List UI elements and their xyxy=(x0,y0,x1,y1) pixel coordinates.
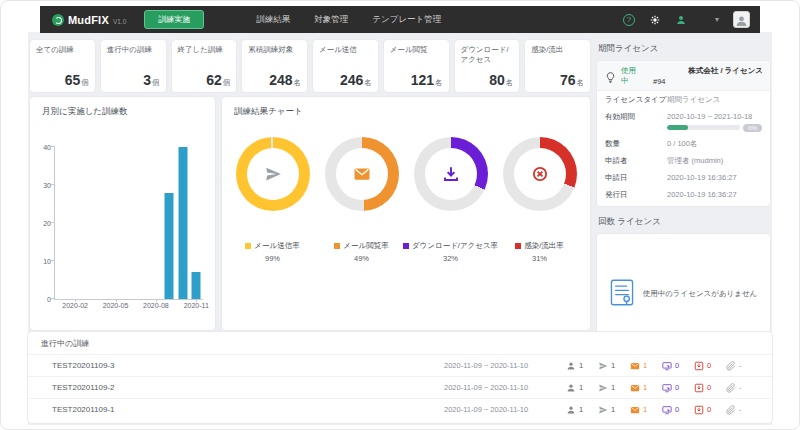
stat-number: 62 xyxy=(206,72,222,88)
license-row: 有効期間2020-10-19 ~ 2021-10-180% xyxy=(597,108,770,135)
avatar[interactable] xyxy=(733,11,750,28)
stat-card: ダウンロード/アクセス80名 xyxy=(455,40,520,92)
stat-value: 3個 xyxy=(107,72,160,88)
run-training-button[interactable]: 訓練実施 xyxy=(144,10,204,29)
stat-unit: 名 xyxy=(364,78,372,88)
gauge: メール送信率99% xyxy=(229,137,317,263)
count-value: 1 xyxy=(643,383,647,392)
license-row-value: 0 / 100名 xyxy=(667,139,762,149)
license-row-label: 数量 xyxy=(605,139,667,149)
count-value: 0 xyxy=(707,405,711,414)
gauge-legend: メール送信率 xyxy=(245,241,299,251)
y-axis-tick xyxy=(51,146,55,147)
stats-row: 全ての訓練65個進行中の訓練3個終了した訓練62個累積訓練対象248名メール送信… xyxy=(30,40,590,92)
training-row[interactable]: TEST20201109-32020-11-09 ~ 2020-11-10111… xyxy=(28,354,772,376)
license-column: 期間ライセンス 使用中 #94 株式会社 / ライセンス ライセンスタイプ期間ラ… xyxy=(597,40,770,354)
stat-card: 累積訓練対象248名 xyxy=(242,40,307,92)
legend-swatch xyxy=(245,243,251,249)
count-value: 1 xyxy=(579,361,583,370)
stat-unit: 名 xyxy=(294,78,302,88)
x-axis-tick xyxy=(75,299,76,302)
count-value: 0 xyxy=(707,361,711,370)
y-axis-tick-label: 20 xyxy=(43,220,51,227)
stat-value: 76名 xyxy=(531,72,584,88)
count-value: 1 xyxy=(611,383,615,392)
donut-ring xyxy=(414,137,488,211)
license-row-label: ライセンスタイプ xyxy=(605,95,667,105)
stat-label: 感染/流出 xyxy=(531,45,584,55)
chevron-down-icon[interactable]: ▾ xyxy=(715,15,719,24)
license-row-label: 有効期間 xyxy=(605,112,667,122)
monitor-cursor-icon xyxy=(662,361,672,371)
period-license-card: 使用中 #94 株式会社 / ライセンス ライセンスタイプ期間ライセンス有効期間… xyxy=(597,61,770,206)
ongoing-trainings-card: 進行中の訓練 TEST20201109-32020-11-09 ~ 2020-1… xyxy=(28,332,772,423)
license-row-label: 発行日 xyxy=(605,190,667,200)
gear-icon[interactable] xyxy=(649,14,661,26)
y-axis-tick-label: 0 xyxy=(47,296,51,303)
count-value: 1 xyxy=(643,361,647,370)
period-license-title: 期間ライセンス xyxy=(598,43,770,55)
progress-badge: 0% xyxy=(743,124,762,132)
x-axis-tick xyxy=(116,299,117,302)
count-accessed: 0 xyxy=(662,383,694,393)
count-sent: 1 xyxy=(598,361,630,371)
count-sent: 1 xyxy=(598,383,630,393)
help-icon[interactable]: ? xyxy=(623,14,635,26)
y-axis-tick xyxy=(51,222,55,223)
y-axis-tick-label: 10 xyxy=(43,258,51,265)
license-document-icon xyxy=(610,279,634,310)
paperclip-icon xyxy=(726,361,736,371)
stat-card: 感染/流出76名 xyxy=(525,40,590,92)
stat-label: ダウンロード/アクセス xyxy=(461,45,514,65)
stat-number: 3 xyxy=(143,72,151,88)
user-pin-icon[interactable] xyxy=(675,14,687,26)
gauge-label: メール送信率 xyxy=(254,241,299,251)
download-box-icon xyxy=(694,383,704,393)
count-value: 0 xyxy=(675,383,679,392)
envelope-icon xyxy=(630,383,640,393)
count-value: 0 xyxy=(675,405,679,414)
count-accessed: 0 xyxy=(662,405,694,415)
gauge-legend: ダウンロード/アクセス率 xyxy=(403,241,498,251)
stat-number: 76 xyxy=(560,72,576,88)
donut-gauges: メール送信率99%メール閲覧率49%ダウンロード/アクセス率32%感染/流出率3… xyxy=(228,137,584,263)
brand-version: V1.0 xyxy=(113,18,126,25)
stat-number: 248 xyxy=(269,72,292,88)
paper-plane-icon xyxy=(264,165,282,183)
stat-value: 65個 xyxy=(36,72,89,88)
nav-item-0[interactable]: 訓練結果 xyxy=(256,14,290,26)
count-value: 1 xyxy=(643,405,647,414)
stat-number: 65 xyxy=(65,72,81,88)
download-box-icon xyxy=(694,405,704,415)
count-value: 1 xyxy=(611,361,615,370)
x-axis-tick-label: 2020-11 xyxy=(184,302,209,309)
x-axis-tick xyxy=(156,299,157,302)
license-row-text: 管理者 (mudmin) xyxy=(667,156,762,166)
nav-item-1[interactable]: 対象管理 xyxy=(314,14,348,26)
legend-swatch xyxy=(515,243,521,249)
count-opened: 1 xyxy=(630,405,662,415)
brand[interactable]: MudFIX V1.0 xyxy=(52,14,126,26)
envelope-icon xyxy=(630,361,640,371)
license-row: 申請日2020-10-19 16:36:27 xyxy=(597,169,770,186)
person-icon xyxy=(566,405,576,415)
stat-number: 121 xyxy=(411,72,434,88)
training-row[interactable]: TEST20201109-12020-11-09 ~ 2020-11-10111… xyxy=(28,398,772,420)
gauge-label: メール閲覧率 xyxy=(343,241,388,251)
stat-unit: 個 xyxy=(152,78,160,88)
nav-item-2[interactable]: テンプレート管理 xyxy=(372,14,441,26)
training-row[interactable]: TEST20201109-22020-11-09 ~ 2020-11-10111… xyxy=(28,376,772,398)
license-detail-rows: ライセンスタイプ期間ライセンス有効期間2020-10-19 ~ 2021-10-… xyxy=(597,91,770,203)
virus-icon xyxy=(531,165,549,183)
license-row-text: 2020-10-19 ~ 2021-10-18 xyxy=(667,112,762,121)
count-infected: 0 xyxy=(694,383,726,393)
license-status-badge: 使用中 xyxy=(621,66,639,86)
stat-value: 246名 xyxy=(319,72,372,88)
donut-hole xyxy=(336,148,388,200)
bar-2020-11 xyxy=(192,272,201,299)
stat-label: メール送信 xyxy=(319,45,372,55)
stat-value: 80名 xyxy=(461,72,514,88)
gauge-percent: 32% xyxy=(443,254,458,263)
gauge-percent: 49% xyxy=(354,254,369,263)
paper-plane-icon xyxy=(598,405,608,415)
